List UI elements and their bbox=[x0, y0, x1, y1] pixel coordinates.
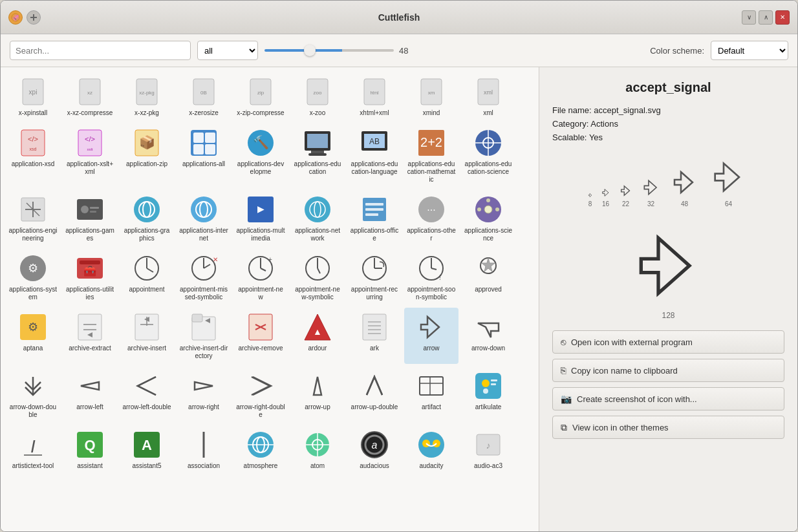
close-button[interactable]: ✕ bbox=[775, 10, 790, 25]
svg-text:♪: ♪ bbox=[486, 440, 491, 451]
list-item[interactable]: artikulate bbox=[461, 367, 515, 423]
list-item[interactable]: applications-games bbox=[63, 190, 117, 246]
list-item[interactable]: archive-insert bbox=[120, 308, 174, 364]
maximize-button[interactable]: ∧ bbox=[759, 10, 773, 25]
titlebar: 🦑 Cuttlefish ∨ ∧ ✕ bbox=[1, 1, 797, 34]
list-item[interactable]: archive-remove bbox=[233, 308, 288, 364]
filter-select[interactable]: all actions apps categories bbox=[197, 41, 258, 60]
list-item[interactable]: applications-network bbox=[290, 190, 345, 246]
list-item[interactable]: 📦 application-zip bbox=[120, 123, 174, 187]
detail-filename: File name: accept_signal.svg bbox=[552, 105, 784, 115]
svg-marker-134 bbox=[195, 382, 213, 390]
list-item[interactable]: xpi x-xpinstall bbox=[6, 72, 60, 121]
list-item[interactable]: applications-all bbox=[177, 123, 231, 187]
list-item[interactable]: ark bbox=[347, 308, 402, 364]
list-item[interactable]: xml xml bbox=[461, 72, 515, 121]
list-item[interactable]: applications-education-science bbox=[461, 123, 515, 187]
list-item[interactable]: AB applications-education-language bbox=[347, 123, 402, 187]
list-item[interactable]: A assistant5 bbox=[120, 425, 174, 474]
list-item[interactable]: appointment-recurring bbox=[347, 249, 402, 305]
view-themes-button[interactable]: ⧉ View icon in other themes bbox=[552, 416, 784, 439]
icon-label: applications-graphics bbox=[122, 227, 171, 242]
svg-rect-33 bbox=[193, 144, 204, 154]
icon-preview: 2+2 bbox=[416, 127, 447, 158]
list-item[interactable]: xz x-xz-compresse bbox=[63, 72, 117, 121]
list-item[interactable]: ✕ appointment-missed-symbolic bbox=[177, 249, 231, 305]
list-item[interactable]: xz-pkg x-xz-pkg bbox=[120, 72, 174, 121]
list-item[interactable]: ! appointment-soon-symbolic bbox=[404, 249, 458, 305]
svg-text:🧰: 🧰 bbox=[83, 265, 96, 277]
list-item[interactable]: applications-engineering bbox=[6, 190, 60, 246]
list-item[interactable]: arrow-right bbox=[177, 367, 231, 423]
size-slider-container: 48 bbox=[264, 46, 643, 56]
list-item[interactable]: arrow-up-double bbox=[347, 367, 402, 423]
icon-preview: ♪ bbox=[473, 429, 504, 460]
list-item[interactable]: artifact bbox=[404, 367, 458, 423]
svg-rect-34 bbox=[205, 144, 215, 154]
list-item[interactable]: atom bbox=[290, 425, 345, 474]
list-item[interactable]: atmosphere bbox=[233, 425, 288, 474]
large-icon-svg bbox=[627, 224, 710, 307]
list-item[interactable]: + appointment-new bbox=[233, 249, 288, 305]
list-item[interactable]: audacity bbox=[404, 425, 458, 474]
list-item[interactable]: appointment-new-symbolic bbox=[290, 249, 345, 305]
list-item[interactable]: zip x-zip-compresse bbox=[233, 72, 288, 121]
list-item[interactable]: association bbox=[177, 425, 231, 474]
list-item[interactable]: I artistictext-tool bbox=[6, 425, 60, 474]
list-item[interactable]: html xhtml+xml bbox=[347, 72, 402, 121]
list-item[interactable]: 🧰 applications-utilities bbox=[63, 249, 117, 305]
svg-point-61 bbox=[191, 197, 217, 222]
list-item[interactable]: </>xslt application-xslt+xml bbox=[63, 123, 117, 187]
list-item[interactable]: archive-extract bbox=[63, 308, 117, 364]
list-item[interactable]: arrow-right-double bbox=[233, 367, 288, 423]
icon-grid-panel[interactable]: xpi x-xpinstall xz x-xz-compresse xz-pkg… bbox=[1, 67, 539, 531]
list-item[interactable]: applications-science bbox=[461, 190, 515, 246]
list-item[interactable]: applications-education bbox=[290, 123, 345, 187]
color-scheme-select[interactable]: Default Light Dark bbox=[711, 41, 788, 60]
list-item[interactable]: ▲ ardour bbox=[290, 308, 345, 364]
list-item[interactable]: applications-office bbox=[347, 190, 402, 246]
list-item[interactable]: 0B x-zerosize bbox=[177, 72, 231, 121]
list-item[interactable]: archive-insert-directory bbox=[177, 308, 231, 364]
size-previews: 8 16 22 32 48 bbox=[552, 156, 784, 207]
list-item[interactable]: Q assistant bbox=[63, 425, 117, 474]
search-input[interactable] bbox=[10, 41, 191, 60]
icon-preview: ✕ bbox=[188, 253, 219, 284]
list-item[interactable]: xm xmind bbox=[404, 72, 458, 121]
open-external-button[interactable]: ⎋ Open icon with external program bbox=[552, 330, 784, 354]
list-item[interactable]: ▶ applications-multimedia bbox=[233, 190, 288, 246]
icon-label: x-zoo bbox=[310, 109, 325, 117]
icon-label: xhtml+xml bbox=[360, 109, 389, 117]
list-item[interactable]: 2+2 applications-education-mathematic bbox=[404, 123, 458, 187]
list-item[interactable]: applications-internet bbox=[177, 190, 231, 246]
list-item[interactable]: zoo x-zoo bbox=[290, 72, 345, 121]
size-slider[interactable] bbox=[264, 49, 394, 52]
list-item[interactable]: ··· applications-other bbox=[404, 190, 458, 246]
list-item[interactable]: 🔨 applications-developme bbox=[233, 123, 288, 187]
list-item[interactable]: arrow-up bbox=[290, 367, 345, 423]
list-item[interactable]: appointment bbox=[120, 249, 174, 305]
list-item[interactable]: arrow-left-double bbox=[120, 367, 174, 423]
list-item[interactable]: arrow bbox=[404, 308, 458, 364]
icon-label: audio-ac3 bbox=[474, 462, 502, 470]
list-item[interactable]: ⚙ aptana bbox=[6, 308, 60, 364]
list-item[interactable]: arrow-down bbox=[461, 308, 515, 364]
screenshot-button[interactable]: 📷 Create screenshot of icon with... bbox=[552, 387, 784, 410]
list-item[interactable]: ♪ audio-ac3 bbox=[461, 425, 515, 474]
svg-text:xm: xm bbox=[428, 90, 435, 96]
list-item[interactable]: approved bbox=[461, 249, 515, 305]
list-item[interactable]: arrow-left bbox=[63, 367, 117, 423]
list-item[interactable]: arrow-down-double bbox=[6, 367, 60, 423]
icon-grid: xpi x-xpinstall xz x-xz-compresse xz-pkg… bbox=[6, 72, 534, 474]
pin-icon[interactable] bbox=[27, 10, 41, 25]
icon-preview: </>xsd bbox=[17, 127, 49, 158]
icon-label: xmind bbox=[423, 109, 440, 117]
list-item[interactable]: a audacious bbox=[347, 425, 402, 474]
copy-name-button[interactable]: ⎘ Copy icon name to clipboard bbox=[552, 359, 784, 382]
list-item[interactable]: </>xsd application-xsd bbox=[6, 123, 60, 187]
svg-rect-25 bbox=[78, 130, 102, 156]
list-item[interactable]: applications-graphics bbox=[120, 190, 174, 246]
icon-label: applications-engineering bbox=[8, 227, 58, 242]
minimize-button[interactable]: ∨ bbox=[742, 10, 756, 25]
list-item[interactable]: ⚙ applications-system bbox=[6, 249, 60, 305]
